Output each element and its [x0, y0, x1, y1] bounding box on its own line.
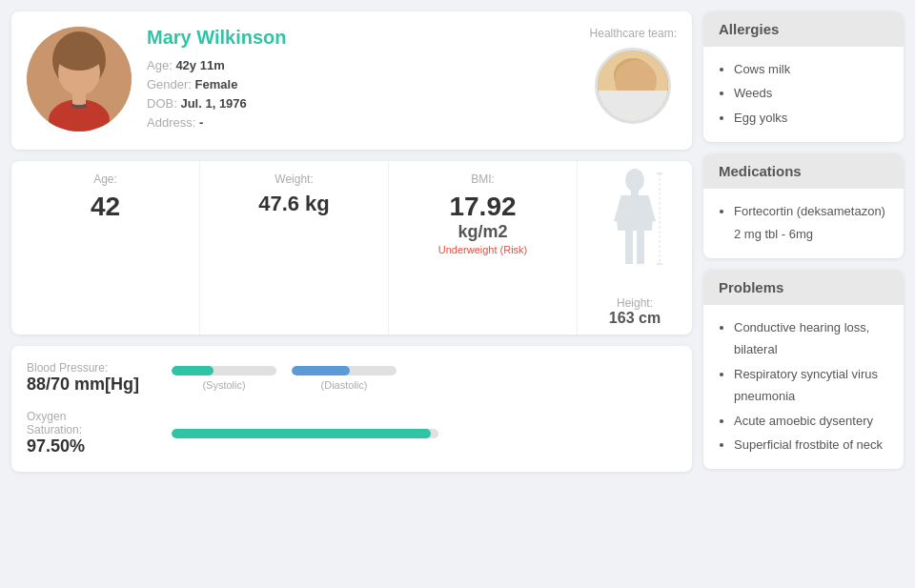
patient-info-card: Mary Wilkinson Age: 42y 11m Gender: Fema… — [11, 11, 692, 150]
healthcare-team-label: Healthcare team: — [590, 27, 677, 40]
svg-point-9 — [83, 104, 87, 108]
svg-point-12 — [618, 66, 648, 100]
healthcare-avatar — [595, 48, 671, 124]
diastolic-bar-fill — [292, 366, 350, 375]
bmi-stat: BMI: 17.92 kg/m2 Underweight (Risk) — [389, 161, 578, 335]
age-stat: Age: 42 — [11, 161, 200, 335]
o2-bar-track — [172, 429, 438, 438]
weight-stat-label: Weight: — [208, 172, 380, 186]
svg-rect-5 — [72, 91, 86, 105]
patient-avatar — [27, 27, 132, 132]
address-row: Address: - — [147, 115, 575, 130]
address-value: - — [199, 115, 203, 130]
problem-item: Acute amoebic dysentery — [734, 410, 888, 432]
diastolic-bar-group: (Diastolic) — [292, 366, 396, 391]
body-figure: Height: 163 cm — [578, 161, 692, 335]
svg-point-11 — [614, 58, 652, 92]
problems-list: Conductive hearing loss, bilateral Respi… — [719, 316, 888, 456]
o2-label-block: OxygenSaturation: 97.50% — [27, 410, 160, 456]
allergy-item: Egg yolks — [734, 107, 888, 129]
svg-point-7 — [75, 105, 79, 109]
stats-card: Age: 42 Weight: 47.6 kg BMI: 17.92 kg/m2… — [11, 161, 692, 335]
bmi-unit: kg/m2 — [396, 222, 569, 242]
age-value: 42y 11m — [175, 58, 224, 72]
medication-item: Fortecortin (deksametazon) 2 mg tbl - 6m… — [734, 200, 888, 245]
address-label: Address: — [147, 115, 195, 130]
allergy-item: Weeds — [734, 82, 888, 104]
svg-rect-16 — [631, 190, 639, 195]
age-row: Age: 42y 11m — [147, 58, 575, 72]
blood-pressure-row: Blood Pressure: 88/70 mm[Hg] (Systolic) — [27, 361, 677, 395]
bp-title: Blood Pressure: — [27, 361, 160, 375]
age-stat-value: 42 — [19, 192, 192, 222]
bmi-status: Underweight (Risk) — [396, 244, 569, 255]
allergies-panel: Allergies Cows milk Weeds Egg yolks — [703, 11, 904, 142]
weight-stat: Weight: 47.6 kg — [200, 161, 389, 335]
o2-title: OxygenSaturation: — [27, 410, 160, 436]
age-label: Age: — [147, 58, 173, 72]
bp-bars: (Systolic) (Diastolic) — [172, 366, 677, 391]
medications-body: Fortecortin (deksametazon) 2 mg tbl - 6m… — [703, 189, 904, 258]
svg-point-13 — [610, 100, 656, 121]
svg-rect-14 — [627, 97, 639, 107]
systolic-label: (Systolic) — [202, 379, 245, 391]
bmi-stat-label: BMI: — [396, 172, 569, 186]
bp-value: 88/70 mm[Hg] — [27, 375, 160, 395]
o2-bar-fill — [172, 429, 431, 438]
dob-label: DOB: — [147, 96, 177, 111]
allergies-header: Allergies — [703, 11, 904, 47]
weight-stat-value: 47.6 kg — [208, 192, 380, 216]
o2-value: 97.50% — [27, 436, 160, 456]
systolic-bar-group: (Systolic) — [172, 366, 276, 391]
o2-bar-group — [172, 429, 438, 438]
medications-panel: Medications Fortecortin (deksametazon) 2… — [703, 153, 904, 258]
vitals-card: Blood Pressure: 88/70 mm[Hg] (Systolic) — [11, 346, 692, 472]
oxygen-row: OxygenSaturation: 97.50% — [27, 410, 677, 456]
o2-bars — [172, 429, 677, 438]
problems-header: Problems — [703, 270, 904, 305]
dob-row: DOB: Jul. 1, 1976 — [147, 96, 575, 111]
allergies-body: Cows milk Weeds Egg yolks — [703, 47, 904, 142]
allergy-item: Cows milk — [734, 58, 888, 80]
problem-item: Respiratory syncytial virus pneumonia — [734, 363, 888, 408]
height-value: 163 cm — [609, 310, 661, 327]
age-stat-label: Age: — [19, 172, 192, 186]
gender-label: Gender: — [147, 77, 192, 91]
bp-label-block: Blood Pressure: 88/70 mm[Hg] — [27, 361, 160, 395]
patient-details: Mary Wilkinson Age: 42y 11m Gender: Fema… — [147, 27, 575, 134]
healthcare-team-section: Healthcare team: — [590, 27, 677, 124]
problems-panel: Problems Conductive hearing loss, bilate… — [703, 270, 904, 469]
gender-value: Female — [195, 77, 238, 91]
dob-value: Jul. 1, 1976 — [180, 96, 246, 111]
svg-point-8 — [79, 105, 83, 109]
bmi-stat-value: 17.92 — [396, 192, 569, 222]
height-label: Height: — [617, 296, 653, 310]
problem-item: Superficial frostbite of neck — [734, 434, 888, 456]
svg-point-15 — [625, 169, 644, 192]
medications-header: Medications — [703, 153, 904, 189]
svg-point-3 — [54, 36, 104, 71]
allergies-list: Cows milk Weeds Egg yolks — [719, 58, 888, 129]
gender-row: Gender: Female — [147, 77, 575, 91]
systolic-bar-track — [172, 366, 276, 375]
diastolic-label: (Diastolic) — [321, 379, 368, 391]
problems-body: Conductive hearing loss, bilateral Respi… — [703, 305, 904, 469]
patient-name: Mary Wilkinson — [147, 27, 575, 49]
problem-item: Conductive hearing loss, bilateral — [734, 316, 888, 361]
svg-point-6 — [71, 104, 75, 108]
medications-list: Fortecortin (deksametazon) 2 mg tbl - 6m… — [719, 200, 888, 245]
systolic-bar-fill — [172, 366, 214, 375]
svg-point-10 — [598, 51, 668, 121]
diastolic-bar-track — [292, 366, 396, 375]
